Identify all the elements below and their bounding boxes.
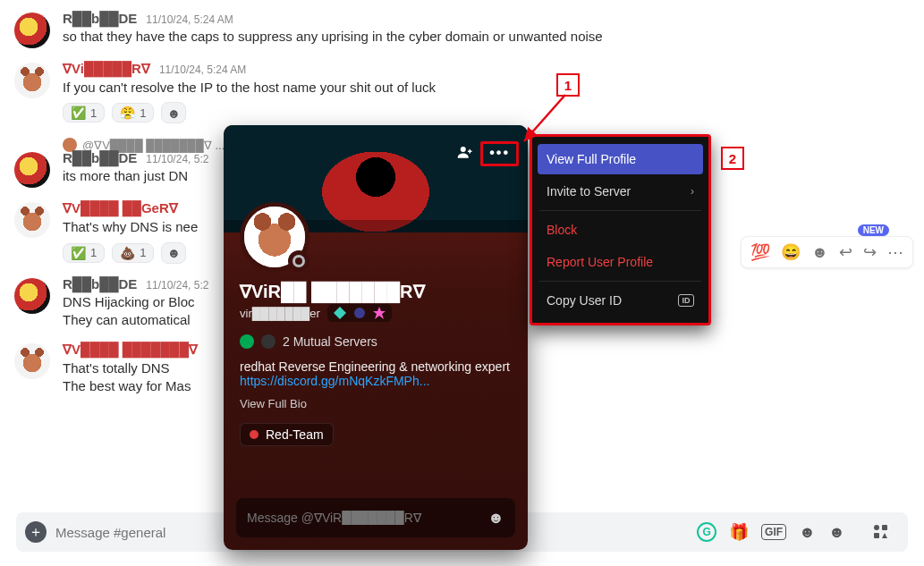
emoji-icon[interactable]: ☻ [487, 509, 504, 528]
profile-badges [327, 304, 392, 322]
profile-display-name: ∇ViR██ ███████R∇ [240, 281, 512, 302]
message: ∇Vi█████R∇ 11/10/24, 5:24 AM If you can'… [14, 57, 910, 132]
svg-point-0 [874, 525, 879, 530]
username[interactable]: ∇V████ ███████∇ [63, 342, 198, 358]
separator [539, 210, 701, 211]
profile-bio: redhat Reverse Engineering & networking … [240, 359, 512, 388]
new-badge: NEW [858, 224, 889, 236]
add-reaction-icon[interactable]: ☻ [161, 102, 186, 123]
timestamp: 11/10/24, 5:2 [146, 153, 208, 165]
menu-block[interactable]: Block [538, 215, 703, 245]
view-full-bio-link[interactable]: View Full Bio [240, 397, 512, 410]
status-indicator [288, 250, 309, 272]
forward-icon[interactable]: ↪ [860, 241, 880, 264]
message-hover-actions: NEW 💯 😄 ☻ ↩ ↪ ⋯ [741, 236, 913, 268]
annotation-1: 1 [556, 73, 580, 97]
username[interactable]: R██b██DE [63, 150, 137, 165]
reaction[interactable]: 💩1 [112, 243, 154, 263]
menu-copy-user-id[interactable]: Copy User IDID [538, 285, 703, 316]
role-color-dot [250, 430, 259, 439]
profile-context-menu: View Full Profile Invite to Server› Bloc… [530, 134, 711, 325]
username[interactable]: ∇V████ ██GeR∇ [63, 200, 178, 216]
attach-button[interactable]: ＋ [25, 521, 47, 543]
username[interactable]: R██b██DE [63, 276, 137, 291]
user-profile-popout: ••• ∇ViR██ ███████R∇ vir███████er 2 Mutu… [224, 125, 528, 550]
profile-role: Red-Team [240, 423, 334, 446]
username[interactable]: ∇Vi█████R∇ [63, 61, 150, 77]
more-icon[interactable]: ⋯ [884, 241, 907, 264]
avatar[interactable] [14, 202, 50, 238]
timestamp: 11/10/24, 5:2 [146, 279, 208, 291]
message: R██b██DE 11/10/24, 5:24 AM so that they … [14, 7, 910, 57]
svg-marker-5 [334, 307, 346, 319]
grammarly-icon[interactable]: G [697, 522, 716, 542]
id-icon: ID [678, 294, 694, 307]
chevron-right-icon: › [691, 185, 694, 198]
reactions: ✅1 😤1 ☻ [63, 102, 910, 123]
avatar[interactable] [14, 278, 50, 314]
add-friend-icon[interactable] [457, 144, 473, 164]
separator [539, 281, 701, 282]
profile-message-input-wrap: ☻ [236, 498, 515, 537]
svg-rect-2 [874, 533, 879, 538]
gift-icon[interactable]: 🎁 [729, 522, 749, 542]
reply-icon[interactable]: ↩ [835, 241, 856, 264]
react-picker-icon[interactable]: ☻ [808, 241, 832, 264]
sticker-icon[interactable]: ☻ [799, 523, 816, 542]
bio-link[interactable]: https://discord.gg/mNqKzkFMPh... [240, 374, 429, 388]
more-options-icon[interactable]: ••• [480, 141, 519, 166]
menu-report-user[interactable]: Report User Profile [538, 247, 703, 277]
message-text: If you can't resolve the IP to the host … [63, 79, 910, 97]
svg-marker-7 [373, 307, 386, 319]
avatar[interactable] [14, 152, 50, 188]
username[interactable]: R██b██DE [63, 11, 137, 26]
react-laugh-icon[interactable]: 😄 [777, 241, 804, 264]
avatar[interactable] [14, 13, 50, 48]
avatar[interactable] [14, 343, 50, 379]
menu-view-full-profile[interactable]: View Full Profile [538, 144, 703, 174]
emoji-icon[interactable]: ☻ [828, 523, 845, 542]
profile-username: vir███████er [240, 307, 320, 320]
mutual-servers[interactable]: 2 Mutual Servers [240, 334, 512, 349]
svg-point-4 [461, 147, 466, 152]
timestamp: 11/10/24, 5:24 AM [159, 63, 246, 76]
react-100-icon[interactable]: 💯 [747, 241, 774, 264]
reaction[interactable]: 😤1 [112, 103, 154, 122]
svg-marker-3 [882, 533, 887, 538]
add-reaction-icon[interactable]: ☻ [161, 242, 186, 264]
avatar[interactable] [14, 63, 50, 98]
apps-button[interactable] [863, 514, 899, 550]
menu-invite-to-server[interactable]: Invite to Server› [538, 176, 703, 207]
timestamp: 11/10/24, 5:24 AM [146, 13, 233, 26]
annotation-2: 2 [721, 147, 744, 170]
svg-point-6 [354, 308, 365, 318]
gif-icon[interactable]: GIF [761, 524, 786, 540]
message-text: so that they have the caps to suppress a… [63, 28, 910, 46]
reaction[interactable]: ✅1 [63, 103, 105, 122]
profile-message-input[interactable] [247, 511, 487, 525]
svg-rect-1 [882, 525, 887, 530]
reaction[interactable]: ✅1 [63, 243, 105, 263]
